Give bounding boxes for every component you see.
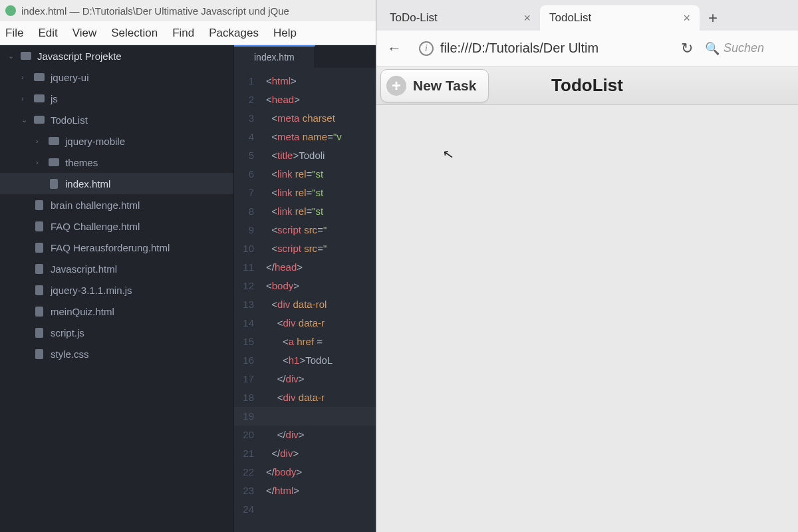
code-line[interactable]: <div data-rol (263, 295, 327, 314)
new-task-button[interactable]: + New Task (380, 69, 489, 102)
code-line[interactable] (263, 500, 266, 519)
browser-tab-1[interactable]: TodoList× (540, 5, 700, 31)
tree-folder-jquery-mobile[interactable]: ›jquery-mobile (0, 130, 233, 152)
menu-view[interactable]: View (72, 27, 97, 40)
tree-file-meinquiz-html[interactable]: meinQuiz.html (0, 301, 233, 322)
code-line[interactable]: </div> (263, 426, 305, 444)
file-icon (33, 285, 45, 295)
editor-titlebar: index.html — D:\Tutorials\Der Ultimative… (0, 0, 376, 21)
code-line[interactable]: <div data-r (263, 314, 325, 332)
search-placeholder: Suchen (724, 41, 764, 55)
code-line[interactable]: <div data-r (263, 388, 325, 407)
menu-help[interactable]: Help (273, 27, 297, 40)
code-line[interactable]: </body> (263, 463, 302, 481)
folder-icon (33, 114, 45, 125)
reload-button[interactable]: ↻ (676, 37, 698, 60)
code-line[interactable]: </head> (263, 258, 303, 277)
tree-item-label: meinQuiz.html (51, 306, 114, 317)
code-line[interactable]: <script src=" (263, 221, 327, 239)
info-icon[interactable]: i (419, 41, 434, 56)
tree-item-label: TodoList (51, 114, 88, 126)
close-icon[interactable]: × (523, 11, 531, 25)
tree-file-script-js[interactable]: script.js (0, 322, 233, 343)
editor-title-text: index.html — D:\Tutorials\Der Ultimative… (21, 5, 289, 17)
code-line[interactable]: <body> (263, 277, 299, 295)
line-number: 2 (234, 90, 263, 109)
tree-folder-todolist[interactable]: ⌄TodoList (0, 109, 233, 130)
file-icon (33, 327, 45, 338)
line-number: 1 (234, 72, 263, 90)
code-line[interactable]: <meta name="v (263, 128, 342, 146)
menu-selection[interactable]: Selection (111, 27, 158, 40)
code-line[interactable] (263, 407, 266, 426)
search-box[interactable]: 🔍 Suchen (705, 36, 791, 61)
folder-icon (48, 136, 60, 146)
code-line[interactable]: <link rel="st (263, 165, 323, 184)
code-line[interactable]: <a href = (263, 332, 323, 351)
tree-file-style-css[interactable]: style.css (0, 343, 233, 364)
tree-item-label: style.css (51, 348, 89, 360)
code-line[interactable]: <h1>TodoL (263, 351, 332, 370)
tree-folder-jquery-ui[interactable]: ›jquery-ui (0, 66, 233, 88)
menu-file[interactable]: File (5, 27, 23, 40)
page-title: TodoList (551, 75, 623, 96)
menu-packages[interactable]: Packages (209, 27, 259, 40)
code-editor[interactable]: 1<html>2<head>3 <meta charset4 <meta nam… (234, 68, 376, 532)
folder-icon (20, 51, 32, 61)
menu-edit[interactable]: Edit (38, 27, 57, 40)
editor-tab-label: index.htm (254, 52, 295, 63)
browser-tab-label: ToDo-List (390, 11, 438, 25)
browser-tab-0[interactable]: ToDo-List× (380, 5, 540, 31)
line-number: 12 (234, 277, 263, 295)
tree-file-javascript-html[interactable]: Javascript.html (0, 258, 233, 279)
tree-file-index-html[interactable]: index.html (0, 173, 233, 194)
chevron-icon: › (36, 137, 43, 145)
search-icon: 🔍 (705, 41, 720, 56)
code-line[interactable]: <head> (263, 90, 300, 109)
code-line[interactable]: <link rel="st (263, 202, 323, 221)
new-tab-button[interactable]: + (700, 5, 726, 31)
chevron-icon: › (21, 73, 28, 81)
line-number: 23 (234, 481, 263, 500)
browser-toolbar: ← i file:///D:/Tutorials/Der Ultim ↻ 🔍 S… (376, 31, 798, 66)
code-line[interactable]: <html> (263, 72, 297, 90)
tree-item-label: FAQ Herausforderung.html (51, 242, 170, 253)
back-button[interactable]: ← (383, 37, 406, 60)
line-number: 3 (234, 109, 263, 128)
url-bar[interactable]: i file:///D:/Tutorials/Der Ultim (412, 36, 669, 61)
line-number: 18 (234, 388, 263, 407)
code-line[interactable]: </html> (263, 481, 299, 500)
line-number: 22 (234, 463, 263, 481)
code-line[interactable]: <script src=" (263, 239, 327, 258)
chevron-icon: ⌄ (21, 116, 28, 124)
tree-file-faq-herausforderung-html[interactable]: FAQ Herausforderung.html (0, 237, 233, 258)
code-line[interactable]: </div> (263, 444, 299, 463)
browser-tab-label: TodoList (549, 11, 591, 25)
line-number: 15 (234, 332, 263, 351)
close-icon[interactable]: × (683, 11, 690, 25)
file-tree[interactable]: ⌄ Javascript Projekte ›jquery-ui›js⌄Todo… (0, 45, 234, 532)
tree-file-faq-challenge-html[interactable]: FAQ Challenge.html (0, 215, 233, 237)
code-line[interactable]: <meta charset (263, 109, 335, 128)
code-line[interactable]: </div> (263, 370, 305, 388)
tree-folder-themes[interactable]: ›themes (0, 152, 233, 173)
menu-find[interactable]: Find (172, 27, 194, 40)
chevron-down-icon: ⌄ (8, 52, 15, 61)
page-viewport: + New Task TodoList ↖ (376, 66, 798, 532)
line-number: 20 (234, 426, 263, 444)
line-number: 21 (234, 444, 263, 463)
file-icon (33, 306, 45, 317)
line-number: 14 (234, 314, 263, 332)
editor-tab-index[interactable]: index.htm (234, 45, 315, 68)
tree-folder-js[interactable]: ›js (0, 88, 233, 109)
code-line[interactable]: <link rel="st (263, 184, 323, 202)
file-icon (33, 242, 45, 253)
tree-root[interactable]: ⌄ Javascript Projekte (0, 45, 233, 66)
line-number: 8 (234, 202, 263, 221)
tree-file-jquery-3-1-1-min-js[interactable]: jquery-3.1.1.min.js (0, 279, 233, 301)
file-icon (33, 348, 45, 359)
code-line[interactable]: <title>Todoli (263, 146, 325, 165)
tree-item-label: brain challenge.html (51, 200, 140, 211)
tree-file-brain-challenge-html[interactable]: brain challenge.html (0, 194, 233, 215)
folder-icon (33, 72, 45, 82)
